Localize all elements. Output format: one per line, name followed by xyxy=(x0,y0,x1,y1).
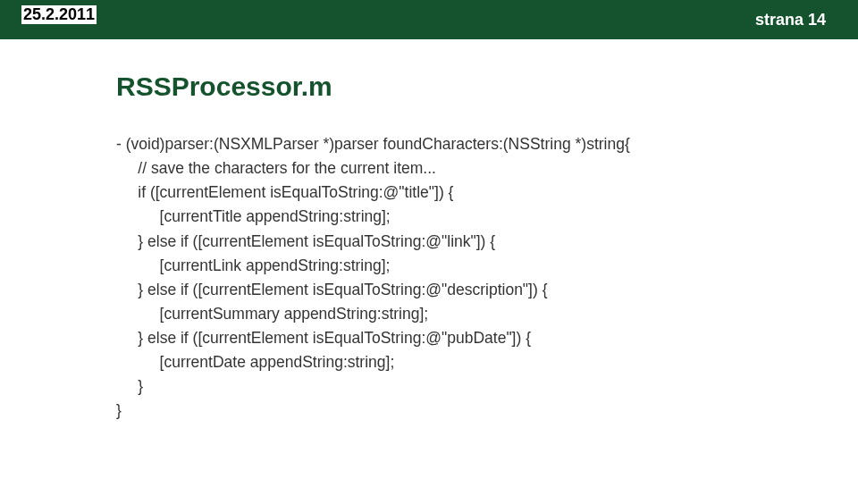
slide-date: 25.2.2011 xyxy=(21,5,97,24)
page-number: strana 14 xyxy=(755,11,826,29)
slide-title: RSSProcessor.m xyxy=(116,71,733,102)
code-block: - (void)parser:(NSXMLParser *)parser fou… xyxy=(116,132,733,424)
